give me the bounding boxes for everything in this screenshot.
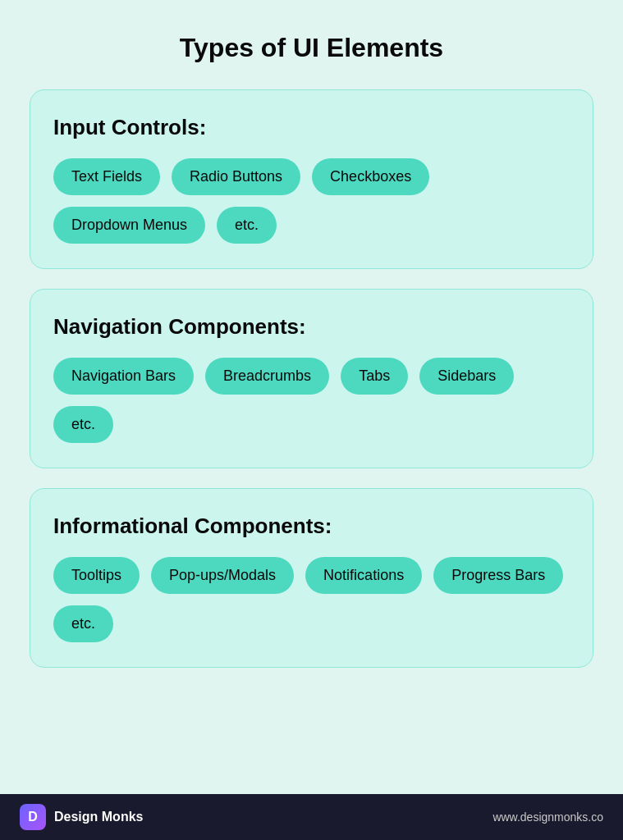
tag-etc-2: etc. <box>53 406 113 443</box>
tag-etc-3: etc. <box>53 605 113 642</box>
tag-navigation-bars: Navigation Bars <box>53 358 194 395</box>
page-title: Types of UI Elements <box>180 33 443 63</box>
informational-components-card: Informational Components: Tooltips Pop-u… <box>30 488 593 668</box>
tag-checkboxes: Checkboxes <box>312 158 429 195</box>
footer-url: www.designmonks.co <box>492 810 603 824</box>
main-content: Types of UI Elements Input Controls: Tex… <box>0 0 623 794</box>
tag-radio-buttons: Radio Buttons <box>172 158 300 195</box>
navigation-components-title: Navigation Components: <box>53 314 570 340</box>
input-controls-card: Input Controls: Text Fields Radio Button… <box>30 89 593 269</box>
tag-text-fields: Text Fields <box>53 158 160 195</box>
tag-etc-1: etc. <box>217 207 277 244</box>
footer-logo-icon: D <box>20 804 46 830</box>
tag-tooltips: Tooltips <box>53 557 140 594</box>
tag-tabs: Tabs <box>341 358 408 395</box>
tag-popups-modals: Pop-ups/Modals <box>151 557 294 594</box>
tag-progress-bars: Progress Bars <box>433 557 563 594</box>
navigation-components-card: Navigation Components: Navigation Bars B… <box>30 289 593 468</box>
footer-brand-name: Design Monks <box>54 810 143 824</box>
tag-breadcrumbs: Breadcrumbs <box>205 358 329 395</box>
input-controls-title: Input Controls: <box>53 115 570 140</box>
footer-brand: D Design Monks <box>20 804 143 830</box>
informational-components-tags: Tooltips Pop-ups/Modals Notifications Pr… <box>53 557 570 642</box>
footer: D Design Monks www.designmonks.co <box>0 794 623 840</box>
input-controls-tags: Text Fields Radio Buttons Checkboxes Dro… <box>53 158 570 244</box>
tag-dropdown-menus: Dropdown Menus <box>53 207 205 244</box>
tag-sidebars: Sidebars <box>419 358 514 395</box>
informational-components-title: Informational Components: <box>53 514 570 539</box>
tag-notifications: Notifications <box>305 557 422 594</box>
navigation-components-tags: Navigation Bars Breadcrumbs Tabs Sidebar… <box>53 358 570 443</box>
